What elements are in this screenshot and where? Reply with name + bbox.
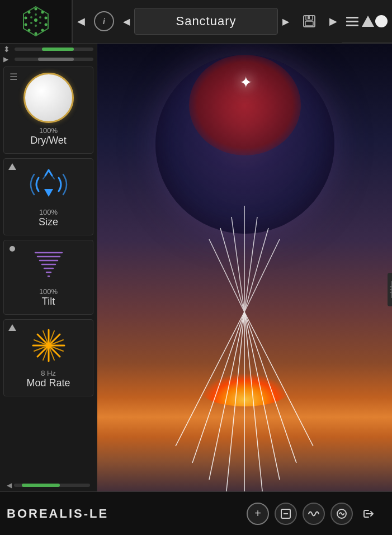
svg-point-10 (28, 11, 31, 14)
bottom-bar: BOREALIS-LE + (0, 491, 392, 535)
menu-button[interactable] (342, 0, 392, 43)
svg-point-4 (45, 23, 48, 26)
sidebar-h-scrollbar[interactable] (14, 484, 90, 487)
size-triangle-indicator (8, 163, 16, 170)
svg-line-52 (220, 228, 244, 312)
save-button[interactable] (298, 10, 320, 32)
preset-next-button[interactable]: ▶ (278, 0, 294, 43)
dry-wet-percent: 100% (39, 126, 58, 135)
logo-icon (19, 4, 53, 38)
edit-button[interactable] (275, 503, 297, 525)
size-knob[interactable] (29, 164, 69, 205)
svg-point-13 (39, 22, 41, 24)
scroll-right-icon: ▶ (3, 55, 12, 63)
tilt-percent: 100% (39, 287, 58, 296)
preset-next-outer-button[interactable]: ▶ (325, 0, 342, 43)
mod-rate-label: Mod Rate (26, 377, 70, 389)
vertical-scrollbar[interactable] (15, 48, 93, 51)
svg-point-12 (39, 16, 41, 18)
preset-prev-button[interactable]: ◀ (119, 0, 134, 43)
svg-rect-21 (308, 16, 310, 19)
wave2-button[interactable] (330, 503, 353, 525)
svg-point-6 (35, 32, 37, 35)
wave2-icon (336, 508, 348, 520)
svg-point-5 (41, 29, 44, 32)
menu-triangle-icon (362, 16, 374, 27)
svg-line-57 (244, 239, 280, 312)
menu-circle-icon (375, 15, 388, 27)
top-bar: ◀ i ◀ Sanctuary ▶ ▶ (0, 0, 392, 44)
scroll-row-horizontal: ▶ (3, 55, 93, 63)
mod-rate-hz: 8 Hz (41, 369, 56, 377)
svg-point-17 (34, 18, 37, 22)
star-burst: ✦ (239, 77, 251, 88)
wave1-icon (308, 508, 320, 520)
bottom-controls: + (247, 503, 385, 525)
tilt-panel: 100% Tilt (3, 240, 93, 315)
dry-wet-menu-icon[interactable]: ☰ (10, 72, 17, 82)
mod-rate-panel: 8 Hz Mod Rate (3, 319, 93, 396)
size-label: Size (39, 216, 58, 228)
svg-point-14 (35, 25, 37, 27)
dry-wet-label: Dry/Wet (30, 135, 67, 146)
mod-rate-knob[interactable] (29, 325, 69, 366)
sidebar: ⬍ ▶ ☰ 100% Dry/Wet (0, 44, 97, 535)
main-visual-area: ✦ (97, 44, 392, 535)
svg-rect-20 (305, 21, 313, 26)
sphere-red-spot (189, 55, 301, 155)
main-area: ⬍ ▶ ☰ 100% Dry/Wet (0, 44, 392, 535)
size-percent: 100% (39, 208, 58, 216)
svg-point-1 (35, 8, 37, 11)
dry-wet-panel: ☰ 100% Dry/Wet (3, 67, 93, 154)
sidebar-resize-handle[interactable] (388, 273, 392, 306)
logo-box (0, 0, 73, 43)
scroll-row-vertical: ⬍ (3, 45, 93, 54)
exit-icon (362, 506, 377, 522)
add-button[interactable]: + (247, 503, 269, 525)
svg-line-51 (209, 239, 244, 312)
svg-point-15 (30, 22, 32, 24)
svg-point-3 (45, 17, 48, 20)
tilt-label: Tilt (42, 296, 55, 307)
tilt-knob[interactable] (30, 246, 68, 284)
preset-name-display[interactable]: Sanctuary (134, 8, 278, 35)
brand-name: BOREALIS-LE (7, 506, 108, 521)
svg-line-56 (244, 228, 268, 312)
ground-glow (200, 373, 290, 406)
exit-button[interactable] (358, 503, 381, 525)
wave1-button[interactable] (303, 503, 325, 525)
info-button[interactable]: i (94, 11, 114, 31)
svg-point-11 (35, 13, 37, 16)
sidebar-scroll-row: ◀ (3, 480, 93, 490)
svg-point-16 (30, 16, 32, 18)
svg-point-2 (41, 11, 44, 14)
preset-section: i ◀ Sanctuary ▶ (89, 0, 325, 43)
menu-lines-icon (346, 17, 358, 26)
preset-prev-outer-button[interactable]: ◀ (73, 0, 89, 43)
scroll-controls-top: ⬍ ▶ (0, 44, 97, 64)
mod-rate-triangle-indicator (8, 324, 16, 331)
scroll-vertical-icon: ⬍ (3, 45, 12, 54)
artwork-background: ✦ (97, 44, 392, 535)
horizontal-scrollbar-top[interactable] (15, 58, 93, 61)
svg-point-7 (28, 29, 31, 32)
edit-icon (280, 508, 291, 519)
scroll-left-icon: ◀ (7, 481, 12, 489)
tilt-dot-indicator (10, 246, 15, 252)
dry-wet-knob[interactable] (23, 73, 74, 123)
svg-point-37 (46, 343, 51, 348)
size-panel: 100% Size (3, 158, 93, 235)
svg-point-9 (25, 17, 27, 20)
svg-point-8 (25, 23, 27, 26)
